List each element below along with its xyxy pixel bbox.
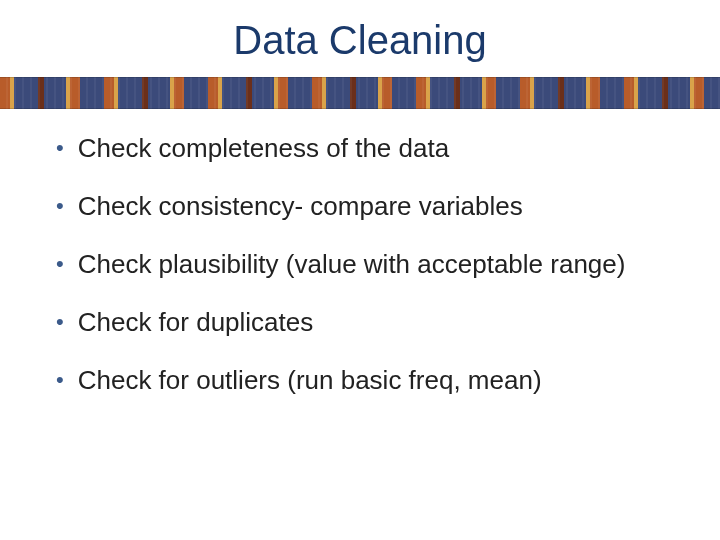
list-item: • Check for outliers (run basic freq, me…: [56, 365, 680, 395]
bullet-list: • Check completeness of the data • Check…: [0, 109, 720, 395]
bullet-text: Check completeness of the data: [78, 133, 449, 163]
bullet-icon: •: [56, 133, 64, 163]
bullet-text: Check for duplicates: [78, 307, 314, 337]
bullet-text: Check consistency- compare variables: [78, 191, 523, 221]
bullet-icon: •: [56, 365, 64, 395]
bullet-text: Check plausibility (value with acceptabl…: [78, 249, 626, 279]
slide: Data Cleaning • Check completeness of th…: [0, 0, 720, 540]
bullet-icon: •: [56, 307, 64, 337]
list-item: • Check plausibility (value with accepta…: [56, 249, 680, 279]
slide-title: Data Cleaning: [0, 0, 720, 77]
bullet-text: Check for outliers (run basic freq, mean…: [78, 365, 542, 395]
bullet-icon: •: [56, 191, 64, 221]
decorative-divider: [0, 77, 720, 109]
bullet-icon: •: [56, 249, 64, 279]
list-item: • Check completeness of the data: [56, 133, 680, 163]
list-item: • Check consistency- compare variables: [56, 191, 680, 221]
list-item: • Check for duplicates: [56, 307, 680, 337]
